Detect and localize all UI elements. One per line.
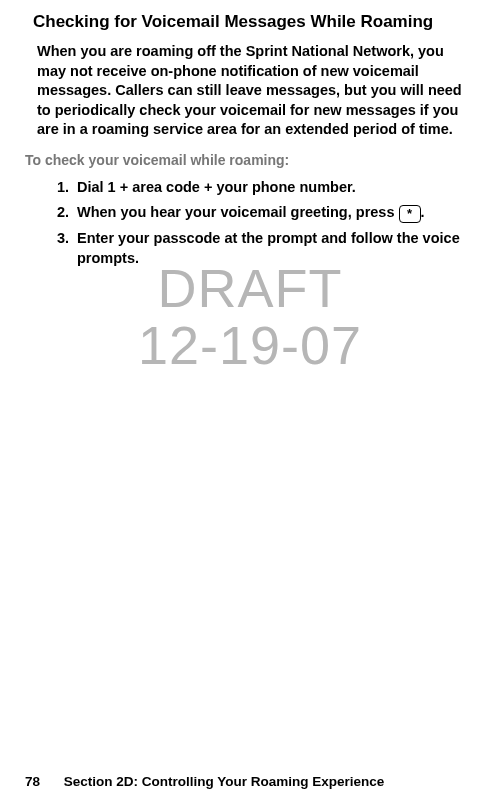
section-label: Section 2D: Controlling Your Roaming Exp… [64, 774, 385, 789]
page-footer: 78 Section 2D: Controlling Your Roaming … [25, 774, 384, 789]
list-item: 2. When you hear your voicemail greeting… [51, 203, 475, 223]
step-text: Enter your passcode at the prompt and fo… [77, 229, 475, 268]
page-number: 78 [25, 774, 40, 789]
subheading: To check your voicemail while roaming: [25, 152, 475, 168]
star-key-icon: * [399, 205, 421, 223]
watermark-line1: DRAFT [0, 260, 500, 317]
intro-paragraph: When you are roaming off the Sprint Nati… [25, 42, 475, 140]
page-heading: Checking for Voicemail Messages While Ro… [25, 12, 475, 32]
list-item: 3. Enter your passcode at the prompt and… [51, 229, 475, 268]
draft-watermark: DRAFT 12-19-07 [0, 260, 500, 373]
step-number: 2. [51, 203, 77, 223]
step-number: 3. [51, 229, 77, 268]
step-text: Dial 1 + area code + your phone number. [77, 178, 475, 198]
step-text: When you hear your voicemail greeting, p… [77, 203, 475, 223]
list-item: 1. Dial 1 + area code + your phone numbe… [51, 178, 475, 198]
steps-list: 1. Dial 1 + area code + your phone numbe… [25, 178, 475, 268]
step-number: 1. [51, 178, 77, 198]
watermark-line2: 12-19-07 [0, 317, 500, 374]
